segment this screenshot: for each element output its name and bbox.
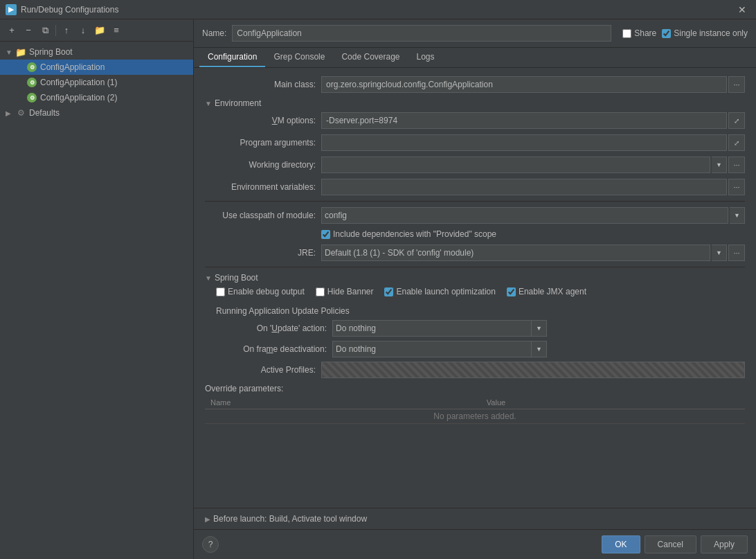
- main-class-input-wrap: ···: [321, 76, 745, 93]
- folder-icon: 📁: [15, 46, 26, 57]
- hide-banner-label: Hide Banner: [327, 287, 374, 296]
- enable-debug-checkbox[interactable]: [216, 287, 225, 296]
- on-update-dropdown-button[interactable]: ▼: [532, 320, 547, 337]
- jre-wrap: Default (1.8 (1) - SDK of 'config' modul…: [321, 245, 745, 261]
- on-frame-select[interactable]: Do nothing: [332, 341, 532, 357]
- hide-banner-checkbox[interactable]: [316, 287, 325, 296]
- classpath-select[interactable]: config: [321, 207, 728, 224]
- tabs-row: Configuration Grep Console Code Coverage…: [194, 48, 756, 68]
- ok-button[interactable]: OK: [602, 535, 640, 553]
- expand-icon: ▼: [6, 48, 12, 56]
- vm-options-row: VM options: ⤢: [205, 112, 745, 129]
- env-vars-label: Environment variables:: [205, 182, 316, 192]
- right-panel: Name: Share Single instance only Configu…: [194, 19, 756, 559]
- active-profiles-label: Active Profiles:: [205, 365, 316, 375]
- working-dir-input[interactable]: [321, 157, 710, 173]
- override-params-label: Override parameters:: [205, 384, 745, 393]
- sidebar-item-config-app[interactable]: ⚙ ConfigApplication: [0, 60, 193, 75]
- active-profiles-row: Active Profiles:: [205, 362, 745, 378]
- enable-launch-checkbox[interactable]: [384, 287, 393, 296]
- spring-boot-section[interactable]: ▼ Spring Boot: [205, 273, 745, 283]
- on-frame-dropdown-button[interactable]: ▼: [532, 341, 547, 357]
- apply-button[interactable]: Apply: [701, 535, 748, 553]
- hide-banner-row: Hide Banner: [316, 287, 374, 296]
- main-class-browse-button[interactable]: ···: [728, 76, 745, 93]
- env-vars-browse-button[interactable]: ···: [728, 179, 745, 195]
- sidebar-item-config-app-2[interactable]: ⚙ ConfigApplication (2): [0, 90, 193, 105]
- app-icon: ▶: [6, 4, 17, 15]
- move-up-button[interactable]: ↑: [59, 23, 74, 38]
- include-deps-checkbox[interactable]: [321, 230, 330, 239]
- enable-debug-label: Enable debug output: [228, 287, 305, 296]
- sidebar-item-config-app-1[interactable]: ⚙ ConfigApplication (1): [0, 75, 193, 90]
- add-config-button[interactable]: +: [4, 23, 19, 38]
- defaults-toggle: ▶: [6, 109, 12, 117]
- environment-section[interactable]: ▼ Environment: [205, 98, 745, 108]
- cancel-button[interactable]: Cancel: [645, 535, 696, 553]
- classpath-wrap: config ▼: [321, 207, 745, 224]
- env-vars-row: Environment variables: ···: [205, 179, 745, 195]
- vm-options-expand-button[interactable]: ⤢: [728, 112, 745, 129]
- enable-jmx-checkbox[interactable]: [507, 287, 516, 296]
- before-launch-section[interactable]: ▶ Before launch: Build, Activate tool wi…: [194, 508, 756, 529]
- working-dir-browse-button[interactable]: ···: [728, 157, 745, 173]
- name-row: Name: Share Single instance only: [194, 19, 756, 48]
- window-title: Run/Debug Configurations: [21, 5, 730, 15]
- tab-grep-console[interactable]: Grep Console: [265, 48, 333, 67]
- program-args-wrap: ⤢: [321, 134, 745, 151]
- tab-configuration[interactable]: Configuration: [199, 48, 265, 67]
- running-policies-title: Running Application Update Policies: [216, 306, 745, 316]
- copy-config-button[interactable]: ⧉: [37, 23, 53, 38]
- jre-row: JRE: Default (1.8 (1) - SDK of 'config' …: [205, 245, 745, 261]
- sidebar-item-defaults[interactable]: ▶ ⚙ Defaults: [0, 105, 193, 121]
- classpath-label: Use classpath of module:: [205, 211, 316, 220]
- run-config-icon: ⚙: [26, 62, 37, 73]
- working-dir-dropdown-button[interactable]: ▼: [712, 157, 727, 173]
- active-profiles-input[interactable]: [321, 362, 745, 378]
- remove-config-button[interactable]: −: [21, 23, 36, 38]
- spring-boot-section-label: Spring Boot: [215, 273, 258, 283]
- sidebar: + − ⧉ ↑ ↓ 📁 ≡ ▼ 📁 Spring Boot ⚙ ConfigAp…: [0, 19, 194, 559]
- toolbar-separator-1: [55, 25, 56, 36]
- include-deps-row: Include dependencies with "Provided" sco…: [321, 229, 745, 239]
- working-dir-wrap: ▼ ···: [321, 157, 745, 173]
- move-down-button[interactable]: ↓: [75, 23, 91, 38]
- sort-button[interactable]: ≡: [109, 23, 124, 38]
- sidebar-item-spring-boot[interactable]: ▼ 📁 Spring Boot: [0, 44, 193, 60]
- main-class-row: Main class: ···: [205, 76, 745, 93]
- titlebar: ▶ Run/Debug Configurations ✕: [0, 0, 756, 19]
- env-vars-input[interactable]: [321, 179, 727, 195]
- vm-options-input[interactable]: [321, 112, 727, 129]
- defaults-icon: ⚙: [15, 107, 26, 118]
- tab-code-coverage[interactable]: Code Coverage: [333, 48, 408, 67]
- content-area: Main class: ··· ▼ Environment VM options…: [194, 68, 756, 508]
- single-instance-checkbox[interactable]: [662, 29, 671, 38]
- program-args-row: Program arguments: ⤢: [205, 134, 745, 151]
- folder-button[interactable]: 📁: [92, 23, 107, 38]
- jre-select[interactable]: Default (1.8 (1) - SDK of 'config' modul…: [321, 245, 710, 261]
- spring-boot-divider: [205, 267, 745, 267]
- close-button[interactable]: ✕: [734, 3, 750, 17]
- help-button[interactable]: ?: [202, 536, 219, 553]
- name-label: Name:: [202, 28, 226, 38]
- program-args-expand-button[interactable]: ⤢: [728, 134, 745, 151]
- share-checkbox[interactable]: [622, 29, 631, 38]
- program-args-label: Program arguments:: [205, 138, 316, 148]
- main-class-input[interactable]: [321, 76, 727, 93]
- program-args-input[interactable]: [321, 134, 727, 151]
- tab-logs[interactable]: Logs: [408, 48, 443, 67]
- name-input[interactable]: [232, 25, 611, 42]
- config-app-1-label: ConfigApplication (1): [40, 78, 117, 87]
- vm-options-label: VM options:: [205, 116, 316, 125]
- main-class-label: Main class:: [205, 80, 316, 89]
- classpath-dropdown-button[interactable]: ▼: [730, 207, 745, 224]
- enable-launch-label: Enable launch optimization: [396, 287, 495, 296]
- dialog-buttons: OK Cancel Apply: [602, 535, 748, 553]
- on-update-select[interactable]: Do nothing: [332, 320, 532, 337]
- config-app-2-label: ConfigApplication (2): [40, 93, 117, 103]
- defaults-label: Defaults: [29, 108, 60, 118]
- jre-dropdown-button[interactable]: ▼: [712, 245, 727, 261]
- jre-browse-button[interactable]: ···: [728, 245, 745, 261]
- env-vars-wrap: ···: [321, 179, 745, 195]
- bottom-bar: ? OK Cancel Apply: [194, 529, 756, 559]
